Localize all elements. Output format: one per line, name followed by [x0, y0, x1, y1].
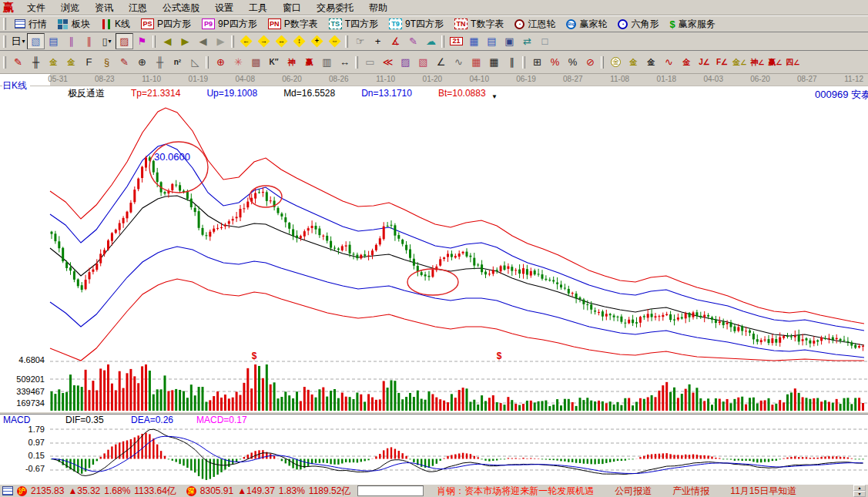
menu-item-2[interactable]: 资讯	[87, 2, 121, 13]
feature-market-quotes[interactable]: 行情	[9, 16, 52, 32]
draw-fan-box-purple[interactable]: ▨	[397, 54, 414, 70]
scroll-up-icon[interactable]: ▴	[853, 485, 866, 491]
draw-grid-red[interactable]: ▦	[468, 54, 485, 70]
feature-kline-chart[interactable]: K线	[96, 16, 136, 32]
tool-draw-tool[interactable]: ✎	[404, 33, 422, 49]
draw-percent-box[interactable]: ⊞	[528, 54, 546, 70]
tool-prev-bar[interactable]: ◀	[194, 33, 212, 49]
tool-pan-vert[interactable]: ↕	[290, 33, 308, 49]
news-scroll-spinner[interactable]: ▴▾	[853, 485, 866, 497]
draw-ying-grid[interactable]: 赢	[300, 54, 318, 70]
feature-9p-square[interactable]: P99P四方形	[196, 16, 263, 32]
toolbar-grip[interactable]	[3, 56, 6, 69]
menu-item-0[interactable]: 文件	[19, 2, 53, 13]
draw-web-box[interactable]: ▩	[247, 54, 265, 70]
tool-notes-tool[interactable]: ▤	[483, 33, 501, 49]
draw-target-tool[interactable]: ⊕	[212, 54, 230, 70]
draw-percent-tool[interactable]: %	[564, 54, 581, 70]
draw-gold-grid-a[interactable]: 金	[45, 54, 62, 70]
draw-tick-grid[interactable]: ╫	[151, 54, 169, 70]
draw-brush-tool[interactable]: ✎	[9, 54, 27, 70]
kline-chart-canvas[interactable]: 30.0600$$	[0, 100, 868, 484]
menu-item-5[interactable]: 设置	[207, 2, 241, 13]
macd-title[interactable]: MACD	[3, 415, 30, 425]
tool-pan-both[interactable]: ↔	[273, 33, 290, 49]
draw-shen-grid[interactable]: 神	[283, 54, 300, 70]
draw-web-grid[interactable]: ✳	[230, 54, 247, 70]
menu-item-4[interactable]: 公式选股	[155, 2, 207, 13]
draw-ruler-grid[interactable]: ▥	[318, 54, 336, 70]
draw-wave-tool[interactable]: ∿	[660, 54, 678, 70]
tool-network-tool[interactable]: ⇄	[518, 33, 536, 49]
tool-period-selector[interactable]: 日▾	[9, 33, 27, 49]
draw-protractor[interactable]: ◺	[186, 54, 204, 70]
period-label[interactable]: 日K线	[2, 79, 30, 92]
draw-j-angle[interactable]: J∠	[695, 54, 713, 70]
draw-percent-red[interactable]: ⊘	[581, 54, 599, 70]
link-daily-brief[interactable]: 11月15日早知道	[730, 485, 796, 497]
draw-fan-box-red[interactable]: ▧	[414, 54, 432, 70]
draw-n-square[interactable]: n²	[169, 54, 186, 70]
indicator-name[interactable]: 极反通道	[68, 87, 105, 100]
chart-area[interactable]: 30.0600$$ 4.6804 509201 339467 169734 MA…	[0, 100, 868, 484]
feature-t-square[interactable]: TST四方形	[323, 16, 384, 32]
draw-angle-lines[interactable]: ∠	[432, 54, 450, 70]
draw-gold-angle[interactable]: 金∠	[731, 54, 749, 70]
tool-bars-purple[interactable]: ∥	[62, 33, 80, 49]
tool-calendar-tool[interactable]: 21	[447, 33, 465, 49]
draw-f-grid[interactable]: F	[80, 54, 98, 70]
menu-item-9[interactable]: 帮助	[361, 2, 395, 13]
tool-info-panel[interactable]: ▤	[45, 33, 62, 49]
tool-pan-all[interactable]: +	[308, 33, 326, 49]
tool-first-page[interactable]: ◀	[159, 33, 176, 49]
draw-grid-arrow[interactable]: ▦	[485, 54, 503, 70]
feature-p-square[interactable]: PSP四方形	[136, 16, 196, 32]
feature-sectors[interactable]: 板块	[52, 16, 96, 32]
tool-candle-style[interactable]: ▯▾	[98, 33, 116, 49]
menu-item-7[interactable]: 窗口	[275, 2, 309, 13]
draw-zigzag-tool[interactable]: ∿	[450, 54, 468, 70]
tool-flag-mark[interactable]: ⚑	[133, 33, 151, 49]
toolbar-grip[interactable]	[3, 18, 6, 30]
feature-winner-wheel[interactable]: Big赢家轮	[561, 16, 612, 32]
draw-shen-angle[interactable]: 神∠	[749, 54, 766, 70]
menu-item-6[interactable]: 工具	[241, 2, 275, 13]
menu-item-3[interactable]: 江恩	[121, 2, 155, 13]
tool-cloud-tool[interactable]: ☁	[422, 33, 440, 49]
draw-gold-circle[interactable]: 金	[607, 54, 625, 70]
market-quotes-icon[interactable]	[2, 486, 13, 495]
tool-crosshair-tool[interactable]: +	[369, 33, 387, 49]
tool-zoom-extents[interactable]: ⇔	[326, 33, 344, 49]
feature-t-number-table[interactable]: TNT数字表	[449, 16, 509, 32]
tool-calculator-tool[interactable]: ▦	[465, 33, 483, 49]
draw-span-measure[interactable]: ↔	[336, 54, 354, 70]
draw-gold-pen[interactable]: 金	[642, 54, 660, 70]
draw-box-tool[interactable]: ▭	[361, 54, 379, 70]
tool-chart-view[interactable]: ▧	[27, 33, 45, 49]
draw-gold-level[interactable]: 金	[678, 54, 695, 70]
draw-gold-grid-b[interactable]: 金	[62, 54, 80, 70]
menu-item-8[interactable]: 交易委托	[309, 2, 361, 13]
feature-9t-square[interactable]: T99T四方形	[384, 16, 449, 32]
draw-gold-lines[interactable]: 金	[625, 54, 642, 70]
tool-pan-left[interactable]: ←	[237, 33, 255, 49]
draw-gann-circle[interactable]: ⊕	[133, 54, 151, 70]
menu-item-1[interactable]: 浏览	[53, 2, 87, 13]
tool-next-bar[interactable]: ▶	[212, 33, 230, 49]
draw-spiral-tool[interactable]: §	[98, 54, 116, 70]
draw-parallel-tool[interactable]: ∥	[503, 54, 521, 70]
tool-pattern-mark[interactable]: ▨	[116, 33, 133, 49]
draw-marker-pen[interactable]: ✎	[116, 54, 133, 70]
tool-save-tool[interactable]: ▣	[501, 33, 518, 49]
tool-hand-tool[interactable]: ☞	[351, 33, 369, 49]
draw-gann-grid[interactable]: ╫	[27, 54, 45, 70]
link-company-report[interactable]: 公司报道	[615, 485, 652, 497]
feature-winner-service[interactable]: $赢家服务	[664, 16, 720, 32]
tool-last-page[interactable]: ▶	[176, 33, 194, 49]
scroll-down-icon[interactable]: ▾	[853, 491, 866, 497]
pane-splitter[interactable]	[0, 411, 868, 415]
draw-si-angle[interactable]: 四∠	[784, 54, 802, 70]
news-headline[interactable]: 肖钢：资本市场将迎来新一轮发展机遇	[437, 485, 594, 497]
draw-ying-angle[interactable]: 赢∠	[766, 54, 784, 70]
tool-angle-tool[interactable]: ∡	[387, 33, 404, 49]
